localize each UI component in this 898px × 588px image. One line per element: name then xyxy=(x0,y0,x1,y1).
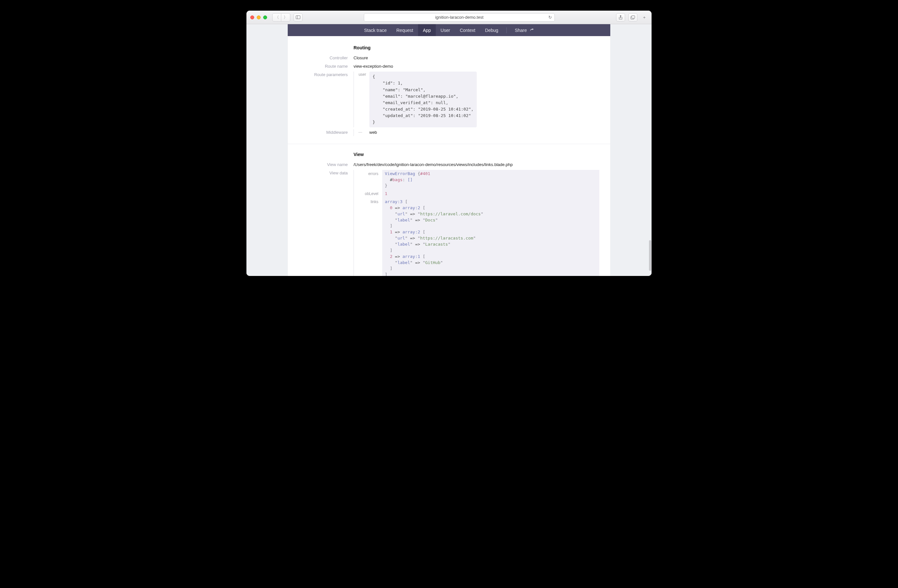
tab-debug[interactable]: Debug xyxy=(480,24,503,36)
view-name-value: /Users/freek/dev/code/ignition-laracon-d… xyxy=(354,161,599,168)
middleware-dash: — xyxy=(358,130,366,134)
titlebar: 〈 〉 ignition-laracon-demo.test ↻ ＋ xyxy=(246,11,652,24)
address-text: ignition-laracon-demo.test xyxy=(435,15,483,20)
sidebar-toggle-button[interactable] xyxy=(294,13,303,21)
share-button[interactable]: Share xyxy=(510,24,539,36)
forward-button[interactable]: 〉 xyxy=(281,13,290,21)
view-heading: View xyxy=(354,152,599,157)
tab-separator xyxy=(506,28,507,33)
page-viewport: Stack trace Request App User Context Deb… xyxy=(246,24,652,276)
route-param-key: user xyxy=(354,72,369,78)
viewdata-oblevel-dump: 1 xyxy=(382,190,599,198)
minimize-window-button[interactable] xyxy=(257,15,261,19)
zoom-window-button[interactable] xyxy=(263,15,267,19)
route-params-label: Route parameters xyxy=(299,72,354,78)
share-icon xyxy=(529,28,534,32)
viewdata-key-links: links xyxy=(354,198,382,205)
section-tabs: Stack trace Request App User Context Deb… xyxy=(288,24,610,36)
controller-value: Closure xyxy=(354,55,599,61)
viewdata-key-errors: errors xyxy=(354,170,382,177)
svg-rect-3 xyxy=(632,15,635,18)
close-window-button[interactable] xyxy=(250,15,254,19)
routing-middleware-row: Middleware — web xyxy=(299,129,599,136)
svg-rect-0 xyxy=(296,16,300,19)
route-name-label: Route name xyxy=(299,63,354,70)
browser-window: 〈 〉 ignition-laracon-demo.test ↻ ＋ xyxy=(246,11,652,276)
view-name-row: View name /Users/freek/dev/code/ignition… xyxy=(299,161,599,168)
share-page-button[interactable] xyxy=(616,13,625,21)
back-button[interactable]: 〈 xyxy=(272,13,281,21)
reload-icon[interactable]: ↻ xyxy=(548,15,552,20)
viewdata-errors-dump: ViewErrorBag {#401 #bags: [] } xyxy=(382,170,599,190)
address-bar[interactable]: ignition-laracon-demo.test ↻ xyxy=(364,13,555,21)
routing-route-name-row: Route name view-exception-demo xyxy=(299,63,599,70)
view-name-label: View name xyxy=(299,161,354,168)
routing-heading: Routing xyxy=(354,45,599,50)
middleware-value: web xyxy=(369,129,377,136)
viewdata-key-oblevel: obLevel xyxy=(354,190,382,197)
section-divider xyxy=(288,144,610,144)
tab-user[interactable]: User xyxy=(436,24,455,36)
show-tabs-button[interactable] xyxy=(628,13,637,21)
new-tab-button[interactable]: ＋ xyxy=(641,13,648,21)
tab-request[interactable]: Request xyxy=(392,24,418,36)
content: Routing Controller Closure Route name vi… xyxy=(288,36,610,276)
viewdata-links-dump: array:3 [ 0 => array:2 [ "url" => "https… xyxy=(382,198,599,276)
window-controls xyxy=(250,15,267,19)
route-name-value: view-exception-demo xyxy=(354,63,599,70)
routing-controller-row: Controller Closure xyxy=(299,55,599,61)
tab-context[interactable]: Context xyxy=(455,24,480,36)
share-label: Share xyxy=(515,28,527,33)
error-page: Stack trace Request App User Context Deb… xyxy=(288,24,610,276)
middleware-label: Middleware xyxy=(299,129,354,136)
view-data-row: View data errors ViewErrorBag {#401 #bag… xyxy=(299,170,599,276)
view-data-label: View data xyxy=(299,170,354,177)
tab-stack-trace[interactable]: Stack trace xyxy=(359,24,392,36)
tab-app[interactable]: App xyxy=(418,24,436,36)
routing-params-row: Route parameters user { "id": 1, "name":… xyxy=(299,72,599,127)
scrollbar-thumb[interactable] xyxy=(649,240,651,271)
route-param-user-json: { "id": 1, "name": "Marcel", "email": "m… xyxy=(369,72,477,127)
controller-label: Controller xyxy=(299,55,354,61)
